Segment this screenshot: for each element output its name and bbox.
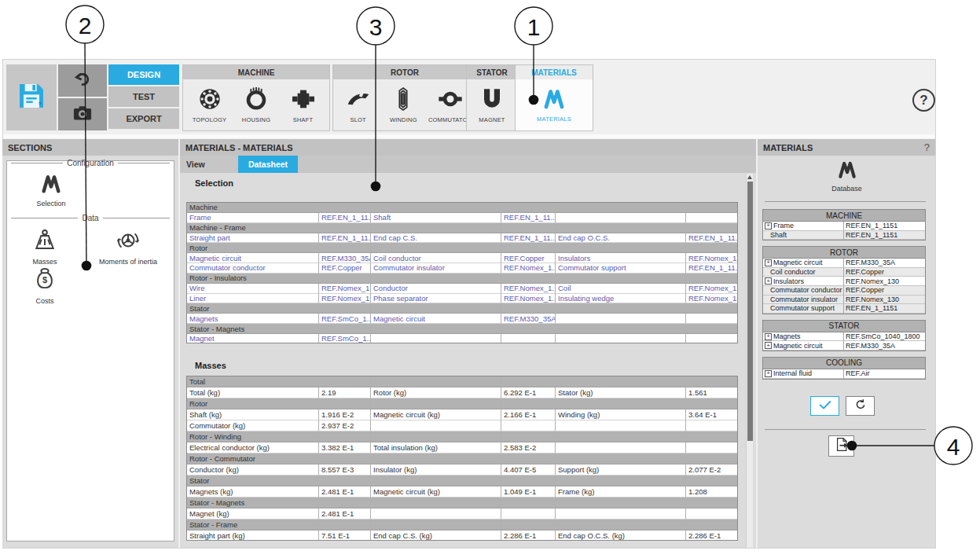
material-label: Coil conductor: [763, 268, 844, 277]
material-value[interactable]: REF.Air: [844, 369, 925, 379]
table-cell[interactable]: REF.Nomex_1...: [501, 294, 556, 304]
table-cell[interactable]: Commutator insulator: [371, 263, 501, 273]
table-cell[interactable]: End cap O.C.S.: [556, 233, 686, 244]
table-cell[interactable]: Wire: [187, 284, 319, 294]
material-value[interactable]: REF.SmCo_1040_1800: [844, 332, 925, 342]
table-cell[interactable]: REF.M330_35A: [319, 253, 371, 263]
expand-icon[interactable]: +: [765, 342, 772, 349]
sidebar-item-selection[interactable]: Selection: [28, 173, 74, 207]
table-cell[interactable]: REF.M330_35A: [501, 314, 556, 324]
material-value[interactable]: REF.M330_35A: [844, 341, 925, 351]
material-value[interactable]: REF.EN_1_1151: [844, 222, 925, 231]
magnet-button[interactable]: MAGNET: [472, 86, 512, 123]
winding-button[interactable]: WINDING: [383, 86, 424, 123]
table-cell[interactable]: Coil: [556, 284, 686, 294]
table-cell[interactable]: Liner: [187, 294, 319, 304]
table-cell: 1.049 E-1: [501, 486, 556, 497]
table-cell[interactable]: REF.EN_1_11...: [686, 263, 737, 273]
material-row[interactable]: Commutator supportREF.EN_1_1151: [763, 304, 925, 314]
table-cell[interactable]: REF.Nomex_1...: [319, 284, 371, 294]
table-cell[interactable]: REF.SmCo_1...: [319, 334, 371, 343]
table-cell[interactable]: REF.EN_1_11...: [501, 213, 556, 223]
material-value[interactable]: REF.M330_35A: [844, 259, 925, 268]
screenshot-button[interactable]: [58, 98, 107, 130]
sidebar-item-costs[interactable]: $ Costs: [22, 266, 68, 305]
tab-view[interactable]: View: [180, 156, 238, 173]
table-cell[interactable]: Straight part: [187, 233, 319, 244]
commutator-button[interactable]: COMMUTATOR: [428, 86, 472, 123]
reset-button[interactable]: [846, 396, 875, 416]
material-value[interactable]: REF.Copper: [844, 268, 925, 277]
table-group-row: Rotor - Commutator: [187, 453, 737, 464]
expand-icon[interactable]: +: [765, 333, 772, 340]
sidebar-item-inertia[interactable]: Moments of inertia: [93, 228, 163, 266]
table-cell[interactable]: End cap C.S.: [371, 233, 501, 244]
material-row[interactable]: ShaftREF.EN_1_1151: [763, 231, 925, 240]
slot-button[interactable]: SLOT: [338, 86, 379, 123]
sidebar-item-masses[interactable]: Masses: [22, 228, 68, 266]
table-cell[interactable]: REF.SmCo_1...: [319, 314, 371, 324]
table-cell[interactable]: Magnetic circuit: [371, 314, 501, 324]
expand-icon[interactable]: +: [765, 259, 772, 266]
table-cell[interactable]: Insulators: [556, 253, 686, 263]
scroll-up-icon[interactable]: [747, 175, 752, 179]
material-row[interactable]: +Magnetic circuitREF.M330_35A: [763, 341, 925, 351]
table-cell[interactable]: REF.EN_1_11...: [319, 233, 371, 244]
table-cell[interactable]: REF.Copper: [319, 263, 371, 273]
material-row[interactable]: Commutator insulatorREF.Nomex_130: [763, 296, 925, 305]
table-cell[interactable]: REF.Copper: [501, 253, 556, 263]
material-value[interactable]: REF.Nomex_130: [844, 296, 925, 305]
table-cell[interactable]: Phase separator: [371, 294, 501, 304]
undo-button[interactable]: [58, 64, 107, 97]
topology-button[interactable]: TOPOLOGY: [189, 86, 230, 123]
table-cell[interactable]: Magnet: [187, 334, 319, 343]
table-cell[interactable]: Coil conductor: [371, 253, 501, 263]
material-row[interactable]: +InsulatorsREF.Nomex_130: [763, 277, 925, 286]
table-cell[interactable]: Commutator support: [556, 263, 686, 273]
table-cell[interactable]: REF.EN_1_11...: [501, 233, 556, 244]
help-button[interactable]: ?: [912, 89, 935, 112]
tab-design[interactable]: DESIGN: [108, 64, 179, 85]
materials-button[interactable]: MATERIALS: [534, 87, 574, 123]
table-cell[interactable]: Insulating wedge: [556, 294, 686, 304]
table-cell[interactable]: REF.Nomex_1...: [501, 284, 556, 294]
tab-datasheet[interactable]: Datasheet: [238, 156, 298, 173]
tab-test[interactable]: TEST: [108, 86, 179, 107]
table-cell[interactable]: REF.EN_1_11...: [686, 233, 737, 244]
table-cell[interactable]: Magnets: [187, 314, 319, 324]
shaft-button[interactable]: SHAFT: [283, 86, 324, 123]
material-value[interactable]: REF.EN_1_1151: [844, 304, 925, 314]
vertical-scrollbar[interactable]: [746, 174, 753, 548]
table-cell[interactable]: Shaft: [371, 213, 501, 223]
material-row[interactable]: Commutator conductorREF.Copper: [763, 286, 925, 296]
material-value[interactable]: REF.Copper: [844, 286, 925, 296]
expand-icon[interactable]: +: [765, 222, 772, 229]
material-row[interactable]: +Magnetic circuitREF.M330_35A: [763, 259, 925, 268]
material-value[interactable]: REF.Nomex_130: [844, 277, 925, 286]
apply-button[interactable]: [810, 396, 839, 416]
table-cell[interactable]: Frame: [187, 213, 319, 223]
housing-button[interactable]: HOUSING: [236, 86, 277, 123]
table-cell[interactable]: REF.EN_1_11...: [319, 213, 371, 223]
material-row[interactable]: +FrameREF.EN_1_1151: [763, 222, 925, 231]
table-cell[interactable]: REF.Nomex_1...: [686, 284, 737, 294]
expand-icon[interactable]: +: [765, 370, 772, 377]
save-button[interactable]: *: [6, 64, 57, 130]
table-cell[interactable]: REF.Nomex_1...: [686, 253, 737, 263]
material-row[interactable]: +MagnetsREF.SmCo_1040_1800: [763, 332, 925, 342]
scrollbar-thumb[interactable]: [747, 182, 753, 441]
table-cell[interactable]: Magnetic circuit: [187, 253, 319, 263]
tab-export[interactable]: EXPORT: [108, 108, 179, 129]
table-cell[interactable]: REF.Nomex_1...: [501, 263, 556, 273]
table-cell[interactable]: REF.Nomex_1...: [686, 294, 737, 304]
export-materials-button[interactable]: [828, 435, 854, 457]
expand-icon[interactable]: +: [765, 277, 772, 285]
database-button[interactable]: Database: [817, 160, 876, 193]
table-cell[interactable]: Commutator conductor: [187, 263, 319, 273]
table-cell[interactable]: Conductor: [371, 284, 501, 294]
material-row[interactable]: +Internal fluidREF.Air: [763, 369, 925, 379]
table-cell[interactable]: REF.Nomex_1...: [319, 294, 371, 304]
material-value[interactable]: REF.EN_1_1151: [844, 231, 925, 240]
panel-help-button[interactable]: ?: [924, 141, 930, 153]
material-row[interactable]: Coil conductorREF.Copper: [763, 268, 925, 277]
